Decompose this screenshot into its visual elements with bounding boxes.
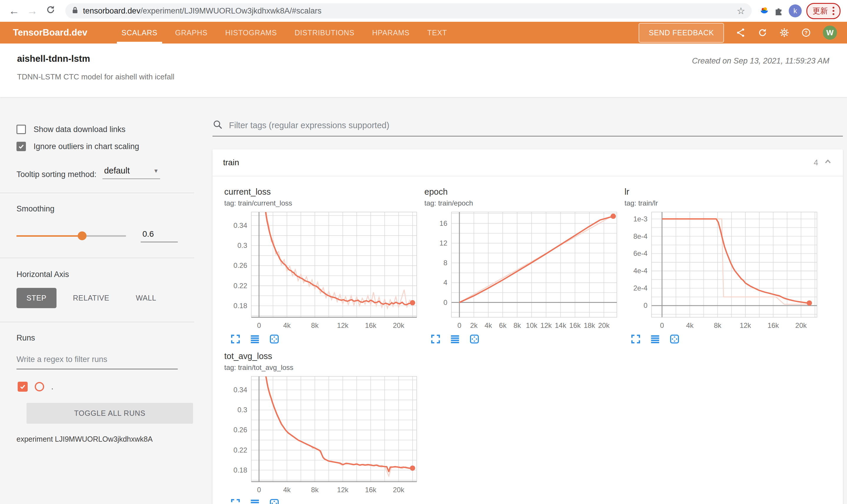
help-icon[interactable]: ?: [801, 28, 811, 38]
expand-chart-icon[interactable]: [230, 334, 241, 344]
app-header: TensorBoard.dev SCALARS GRAPHS HISTOGRAM…: [0, 22, 847, 43]
salad-extension-icon[interactable]: [759, 5, 770, 16]
chart-toolbar: [624, 334, 819, 344]
smoothing-slider[interactable]: [16, 235, 126, 237]
browser-update-button[interactable]: 更新: [807, 3, 841, 19]
log-scale-toggle-icon[interactable]: [249, 334, 260, 344]
chart-tag: tag: train/epoch: [425, 199, 619, 207]
runs-filter-input[interactable]: Write a regex to filter runs: [16, 355, 178, 369]
ignore-outliers-checkbox[interactable]: [16, 142, 26, 151]
axis-relative-button[interactable]: RELATIVE: [63, 288, 120, 308]
svg-text:0.26: 0.26: [234, 426, 247, 434]
log-scale-toggle-icon[interactable]: [650, 334, 660, 344]
fit-domain-icon[interactable]: [469, 334, 480, 344]
fit-domain-icon[interactable]: [669, 334, 680, 344]
scalar-chart-card: tot_avg_loss tag: train/tot_avg_loss 04k…: [224, 352, 418, 504]
svg-text:8k: 8k: [311, 486, 319, 494]
settings-gear-icon[interactable]: [779, 28, 789, 38]
scalar-chart-card: epoch tag: train/epoch 02k4k6k8k10k12k14…: [425, 187, 619, 344]
refresh-icon[interactable]: [758, 28, 767, 38]
charts-grid: current_loss tag: train/current_loss 04k…: [212, 176, 843, 504]
tab-distributions[interactable]: DISTRIBUTIONS: [286, 22, 363, 43]
svg-text:0: 0: [257, 486, 261, 494]
train-group-header[interactable]: train 4: [212, 149, 843, 176]
fit-domain-icon[interactable]: [269, 498, 280, 504]
svg-text:4e-4: 4e-4: [633, 267, 647, 275]
smoothing-value-input[interactable]: 0.6: [141, 229, 178, 242]
svg-text:0: 0: [660, 321, 664, 329]
tab-scalars[interactable]: SCALARS: [113, 22, 166, 43]
expand-chart-icon[interactable]: [230, 498, 241, 504]
send-feedback-button[interactable]: SEND FEEDBACK: [639, 23, 724, 43]
reload-icon[interactable]: [43, 5, 58, 17]
svg-text:0.22: 0.22: [234, 282, 247, 290]
svg-text:2e-4: 2e-4: [633, 284, 647, 292]
bookmark-star-icon[interactable]: ☆: [737, 5, 745, 16]
puzzle-extension-icon[interactable]: [773, 5, 784, 16]
sidebar-divider: [0, 322, 194, 322]
chart-title: tot_avg_loss: [224, 352, 418, 361]
log-scale-toggle-icon[interactable]: [450, 334, 460, 344]
axis-wall-button[interactable]: WALL: [126, 288, 167, 308]
svg-text:12: 12: [439, 239, 447, 247]
show-download-links-label: Show data download links: [34, 125, 125, 134]
share-icon[interactable]: [736, 28, 746, 38]
back-icon[interactable]: ←: [6, 5, 22, 17]
log-scale-toggle-icon[interactable]: [249, 498, 260, 504]
svg-text:18k: 18k: [584, 321, 595, 329]
url-text[interactable]: tensorboard.dev/experiment/LJI9MWUORLOw3…: [83, 6, 732, 16]
chart-plot[interactable]: 04k8k12k16k20k02e-44e-46e-48e-41e-3: [624, 210, 819, 330]
smoothing-slider-thumb[interactable]: [78, 231, 87, 240]
ignore-outliers-label: Ignore outliers in chart scaling: [34, 142, 139, 151]
tab-graphs[interactable]: GRAPHS: [166, 22, 216, 43]
search-icon: [212, 120, 223, 131]
show-download-links-checkbox-row[interactable]: Show data download links: [16, 125, 194, 134]
tab-hparams[interactable]: HPARAMS: [363, 22, 418, 43]
svg-text:1e-3: 1e-3: [633, 215, 647, 223]
ignore-outliers-checkbox-row[interactable]: Ignore outliers in chart scaling: [16, 142, 194, 151]
svg-text:?: ?: [805, 30, 808, 36]
run-checkbox[interactable]: [18, 382, 28, 392]
tooltip-sorting-select[interactable]: default ▾: [102, 166, 160, 179]
svg-text:12k: 12k: [337, 321, 349, 329]
checkmark-icon: [18, 143, 25, 150]
chart-plot[interactable]: 04k8k12k16k20k0.180.220.260.30.34: [224, 375, 418, 494]
show-download-links-checkbox[interactable]: [16, 125, 26, 134]
tag-filter-input[interactable]: Filter tags (regular expressions support…: [212, 120, 843, 137]
browser-menu-icon[interactable]: [833, 7, 834, 15]
url-bar[interactable]: tensorboard.dev/experiment/LJI9MWUORLOw3…: [65, 3, 751, 19]
user-avatar[interactable]: W: [823, 25, 837, 40]
axis-step-button[interactable]: STEP: [16, 288, 56, 308]
horizontal-axis-buttons: STEP RELATIVE WALL: [16, 288, 194, 308]
forward-icon[interactable]: →: [25, 5, 40, 17]
chart-title: current_loss: [224, 187, 418, 197]
svg-text:20k: 20k: [795, 321, 807, 329]
chart-plot[interactable]: 02k4k6k8k10k12k14k16k18k20k0481216: [425, 210, 619, 330]
svg-text:0.18: 0.18: [234, 466, 247, 474]
toggle-all-runs-button[interactable]: TOGGLE ALL RUNS: [27, 403, 193, 424]
svg-text:16k: 16k: [365, 486, 377, 494]
chart-title: lr: [624, 187, 819, 197]
svg-text:0: 0: [457, 321, 461, 329]
horizontal-axis-label: Horizontal Axis: [16, 270, 194, 279]
expand-chart-icon[interactable]: [630, 334, 641, 344]
browser-profile-avatar[interactable]: k: [789, 4, 802, 17]
tab-histograms[interactable]: HISTOGRAMS: [216, 22, 286, 43]
tab-text[interactable]: TEXT: [418, 22, 456, 43]
expand-chart-icon[interactable]: [430, 334, 441, 344]
lock-icon: [72, 6, 78, 16]
svg-text:0.18: 0.18: [234, 302, 247, 310]
chart-toolbar: [425, 334, 619, 344]
experiment-created-date: Created on Sep 13, 2021, 11:59:23 AM: [692, 56, 829, 66]
scalar-chart-card: current_loss tag: train/current_loss 04k…: [224, 187, 418, 344]
chart-plot[interactable]: 04k8k12k16k20k0.180.220.260.30.34: [224, 210, 418, 330]
svg-text:6k: 6k: [499, 321, 507, 329]
fit-domain-icon[interactable]: [269, 334, 280, 344]
experiment-id-line: experiment LJI9MWUORLOw3jkdhxwk8A: [16, 435, 194, 444]
tooltip-sorting-value: default: [104, 166, 130, 176]
app-logo[interactable]: TensorBoard.dev: [13, 28, 87, 38]
svg-text:8: 8: [444, 259, 447, 267]
tag-filter-placeholder: Filter tags (regular expressions support…: [229, 121, 390, 130]
chevron-up-icon[interactable]: [824, 157, 832, 168]
svg-text:0.34: 0.34: [234, 386, 247, 394]
